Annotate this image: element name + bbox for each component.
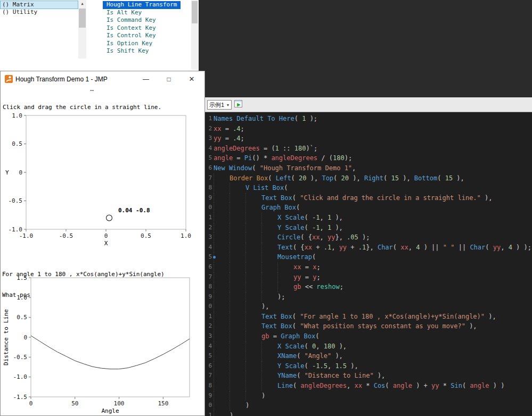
run-script-button[interactable]: ▶ [234,99,244,110]
code-line[interactable]: 0), [205,302,532,312]
code-line[interactable]: 8Line( angleDegrees, xx * Cos( angle ) +… [205,381,532,391]
code-line[interactable]: 7YName( "Distance to Line" ), [205,371,532,381]
code-line[interactable]: 7yy = y; [205,272,532,282]
code-line[interactable]: 6New Window( "Hough Transform Demo 1", [205,163,532,173]
code-line[interactable]: 9) [205,391,532,401]
maximize-button[interactable]: □ [161,73,177,85]
line-number: 6 [205,163,214,173]
function-list-item-label: Is Option Key [103,40,156,48]
code-line[interactable]: 2Y Scale( -1, 1 ), [205,223,532,233]
function-list-item[interactable]: Is Control Key [103,32,190,40]
svg-text:-1.0: -1.0 [13,373,28,380]
svg-text:1.5: 1.5 [17,274,27,281]
function-list-item[interactable]: Is Context Key [103,24,190,32]
line-number: 7 [205,173,214,184]
line-number: 7 [205,272,214,282]
code-line[interactable]: 9Text Box( "Click and drag the circle in… [205,193,532,203]
code-line[interactable]: 3yy = .4; [205,134,532,144]
scroll-up-icon[interactable]: ▲ [78,0,86,7]
code-line[interactable]: 6xx = x; [205,262,532,272]
line-number: 8 [205,381,214,391]
code-line[interactable]: 5angle = Pi() * angleDegrees / (180); [205,153,532,163]
code-line[interactable]: 0Graph Box( [205,203,532,213]
function-list-item[interactable]: Hough Line Transform [103,1,190,9]
svg-text:Distance to Line: Distance to Line [3,309,10,365]
function-list-item[interactable]: Is Option Key [103,40,190,48]
line-number: 8 [205,282,214,292]
svg-text:X: X [104,240,108,246]
category-item[interactable]: () Matrix [1,1,78,9]
line-number: 4 [205,144,214,154]
code-line[interactable]: 5XName( "Angle" ), [205,351,532,361]
code-lines: 1Names Default To Here( 1 );2xx = .4;3yy… [205,114,532,416]
code-line[interactable]: 8V List Box( [205,183,532,193]
svg-text:0: 0 [104,232,108,239]
minimize-button[interactable]: — [138,73,154,85]
play-icon: ▶ [237,101,241,109]
function-list-item-label: Is Alt Key [103,9,145,17]
function-list-item-label: Is Shift Key [103,47,152,55]
code-line[interactable]: 9); [205,292,532,302]
code-line[interactable]: 1Text Box( "For angle 1 to 180 , x*Cos(a… [205,312,532,322]
code-line[interactable]: 2Text Box( "What position stays constant… [205,321,532,331]
function-list-item[interactable]: Is Command Key [103,16,190,24]
line-number: 8 [205,183,214,193]
category-list: () Matrix() Utility [1,1,78,16]
svg-text:1.0: 1.0 [181,232,191,239]
line-number: 5 [205,153,214,163]
function-list-item[interactable]: Is Alt Key [103,9,190,17]
code-line[interactable]: 0) [205,401,532,411]
code-line[interactable]: 7Border Box( Left( 20 ), Top( 20 ), Righ… [205,173,532,184]
code-line[interactable]: 5Mousetrap( [205,252,532,262]
example-selector-dropdown[interactable]: 示例1 ▼ [207,100,232,110]
window-titlebar[interactable]: Hough Transform Demo 1 - JMP — □ ✕ [1,71,204,87]
chevron-down-icon: ▼ [225,103,231,107]
code-line[interactable]: 6Y Scale( -1.5, 1.5 ), [205,361,532,371]
line-number: 7 [205,371,214,381]
svg-text:150: 150 [158,400,168,407]
svg-text:-0.5: -0.5 [13,354,28,361]
code-line[interactable]: 4X Scale( 0, 180 ), [205,342,532,352]
line-number: 1 [205,411,214,416]
jmp-app-icon [5,75,13,85]
line-number: 5 [205,252,214,262]
code-line[interactable]: 3Circle( {xx, yy}, .05 ); [205,232,532,243]
code-line[interactable]: 4angleDegrees = (1 :: 180)`; [205,144,532,154]
toolbar-overflow[interactable]: ⋯ [90,87,95,94]
position-graph[interactable]: 1.00.50-0.5-1.0-1.0-0.500.51.0XY0.04 -0.… [1,110,206,246]
svg-text:100: 100 [114,400,125,407]
line-number: 2 [205,321,214,331]
svg-text:-1.0: -1.0 [19,232,34,239]
script-editor[interactable]: 1Names Default To Here( 1 );2xx = .4;3yy… [205,112,532,416]
svg-text:1.0: 1.0 [17,294,27,301]
code-line[interactable]: 8gb << reshow; [205,282,532,292]
line-number: 1 [205,312,214,322]
draggable-circle-marker[interactable] [107,215,112,221]
line-number: 3 [205,232,214,243]
function-scrollbar[interactable] [191,0,198,70]
category-item[interactable]: () Utility [1,9,78,16]
line-number: 2 [205,124,214,134]
line-number: 6 [205,262,214,272]
code-line[interactable]: 1Names Default To Here( 1 ); [205,114,532,124]
function-list-item-label: Is Control Key [103,32,160,40]
scrollbar-thumb[interactable] [192,1,198,23]
svg-text:-1.5: -1.5 [13,394,28,401]
svg-text:50: 50 [71,400,78,407]
code-line[interactable]: 1) [205,411,532,416]
window-title: Hough Transform Demo 1 - JMP [15,76,108,83]
function-list-item[interactable]: Is Shift Key [103,47,190,55]
line-number: 0 [205,302,214,312]
close-button[interactable]: ✕ [184,73,200,85]
distance-graph[interactable]: 1.51.00.50-0.5-1.0-1.5050100150AngleDist… [1,273,206,416]
function-browser-panel: () Matrix() Utility ▲ Hough Line Transfo… [0,0,199,71]
code-line[interactable]: 3gb = Graph Box( [205,331,532,342]
scrollbar-thumb[interactable] [79,9,86,28]
code-line[interactable]: 2xx = .4; [205,124,532,134]
function-list-item-label: Is Command Key [103,16,160,24]
category-scrollbar[interactable]: ▲ [78,0,86,59]
editor-toolbar: 示例1 ▼ ▶ [205,97,532,112]
code-line[interactable]: 4Text( {xx + .1, yy + .1}, Char( xx, 4 )… [205,243,532,253]
function-list: Hough Line TransformIs Alt KeyIs Command… [103,1,190,55]
code-line[interactable]: 1X Scale( -1, 1 ), [205,213,532,223]
